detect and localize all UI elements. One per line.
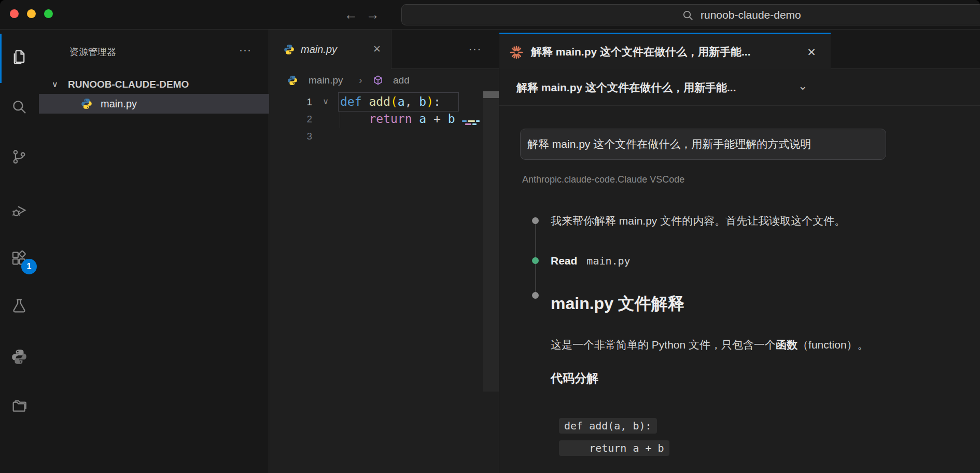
file-name-label: main.py bbox=[101, 94, 137, 114]
breadcrumb-symbol[interactable]: add bbox=[393, 69, 410, 92]
timeline-dot bbox=[532, 217, 539, 224]
python-view-icon[interactable] bbox=[10, 348, 28, 366]
tab-main-py[interactable]: main.py ✕ bbox=[270, 30, 391, 69]
run-debug-icon[interactable] bbox=[10, 202, 28, 219]
read-tool-step: Readmain.py bbox=[551, 253, 631, 268]
code-line-2: return a + b bbox=[340, 110, 455, 128]
activity-bar: 1 bbox=[0, 30, 39, 473]
editor-tab-bar: main.py ✕ ··· bbox=[270, 30, 499, 69]
macos-close-button[interactable] bbox=[10, 9, 19, 18]
breadcrumb-separator-icon: › bbox=[359, 69, 362, 92]
symbol-method-icon bbox=[372, 74, 384, 87]
fold-chevron-icon[interactable]: ∨ bbox=[319, 93, 332, 110]
claude-code-panel: 解释 main.py 这个文件在做什么，用新手能... ✕ 解释 main.py… bbox=[499, 30, 980, 473]
section-heading: 代码分解 bbox=[551, 370, 598, 386]
close-icon[interactable]: ✕ bbox=[369, 41, 385, 57]
timeline-dot-success bbox=[532, 257, 539, 264]
minimap[interactable] bbox=[459, 69, 483, 432]
macos-minimize-button[interactable] bbox=[27, 9, 36, 18]
user-prompt-text: 解释 main.py 这个文件在做什么，用新手能理解的方式说明 bbox=[527, 129, 811, 159]
extensions-badge: 1 bbox=[21, 259, 37, 274]
macos-zoom-button[interactable] bbox=[44, 9, 53, 18]
active-view-indicator bbox=[0, 34, 2, 83]
line-number: 2 bbox=[290, 110, 312, 128]
vscode-window: ← → runoob-claude-demo bbox=[0, 0, 980, 473]
python-file-icon bbox=[80, 98, 93, 110]
timeline-dot bbox=[532, 292, 539, 299]
explorer-icon[interactable] bbox=[10, 48, 28, 66]
search-view-icon[interactable] bbox=[10, 98, 28, 116]
back-arrow-icon[interactable]: ← bbox=[342, 5, 360, 24]
chevron-down-icon: ⌄ bbox=[798, 69, 807, 106]
source-control-icon[interactable] bbox=[10, 148, 28, 165]
read-tool-label: Read bbox=[551, 255, 577, 267]
explorer-sidebar: 资源管理器 ··· ∨ RUNOOB-CLAUDE-DEMO main.py bbox=[39, 30, 269, 473]
code-block-line-2: return a + b bbox=[559, 440, 669, 456]
tab-label: main.py bbox=[301, 30, 337, 69]
result-heading: main.py 文件解释 bbox=[551, 293, 684, 314]
sidebar-more-actions-icon[interactable]: ··· bbox=[235, 42, 256, 58]
search-icon bbox=[682, 9, 694, 21]
assistant-message: 我来帮你解释 main.py 文件的内容。首先让我读取这个文件。 bbox=[551, 213, 845, 228]
result-paragraph: 这是一个非常简单的 Python 文件，只包含一个函数（function）。 bbox=[551, 337, 869, 353]
code-line-1: def add(a, b): bbox=[340, 93, 441, 110]
line-number: 3 bbox=[290, 128, 312, 145]
testing-flask-icon[interactable] bbox=[10, 297, 28, 315]
python-file-icon bbox=[283, 44, 295, 55]
conversation-header-dropdown[interactable]: 解释 main.py 这个文件在做什么，用新手能... ⌄ bbox=[499, 69, 980, 106]
breadcrumb-file[interactable]: main.py bbox=[309, 69, 343, 92]
claude-starburst-icon bbox=[509, 45, 524, 60]
workspace-folder-label: RUNOOB-CLAUDE-DEMO bbox=[68, 76, 189, 93]
line-number: 1 bbox=[290, 93, 312, 110]
scrollbar-thumb[interactable] bbox=[483, 91, 499, 98]
extensions-icon[interactable]: 1 bbox=[10, 249, 28, 267]
command-center-label: runoob-claude-demo bbox=[701, 5, 801, 25]
sidebar-title: 资源管理器 bbox=[69, 46, 116, 58]
folder-view-icon[interactable] bbox=[10, 397, 28, 414]
forward-arrow-icon[interactable]: → bbox=[364, 5, 382, 24]
editor-scrollbar[interactable] bbox=[483, 91, 499, 392]
close-icon[interactable]: ✕ bbox=[803, 44, 820, 61]
editor-more-actions-icon[interactable]: ··· bbox=[466, 41, 484, 57]
claude-conversation-tab[interactable]: 解释 main.py 这个文件在做什么，用新手能... ✕ bbox=[499, 33, 831, 69]
chevron-down-icon: ∨ bbox=[52, 76, 58, 93]
title-bar: ← → runoob-claude-demo bbox=[0, 0, 980, 30]
conversation-title: 解释 main.py 这个文件在做什么，用新手能... bbox=[516, 69, 736, 106]
python-file-icon bbox=[287, 75, 298, 86]
user-prompt-bubble: 解释 main.py 这个文件在做什么，用新手能理解的方式说明 bbox=[520, 129, 886, 160]
panel-tab-bar: 解释 main.py 这个文件在做什么，用新手能... ✕ bbox=[499, 30, 980, 69]
command-center[interactable]: runoob-claude-demo bbox=[401, 4, 980, 25]
code-block-line-1: def add(a, b): bbox=[559, 418, 657, 434]
sidebar-section-header[interactable]: ∨ RUNOOB-CLAUDE-DEMO bbox=[39, 76, 269, 93]
file-row-selected[interactable]: main.py bbox=[39, 94, 269, 114]
read-tool-target: main.py bbox=[586, 255, 630, 267]
extension-source-label: Anthropic.claude-code.Claude VSCode bbox=[522, 174, 684, 185]
editor-group: main.py ✕ ··· main.py › add bbox=[270, 30, 499, 473]
claude-tab-title: 解释 main.py 这个文件在做什么，用新手能... bbox=[531, 34, 751, 69]
